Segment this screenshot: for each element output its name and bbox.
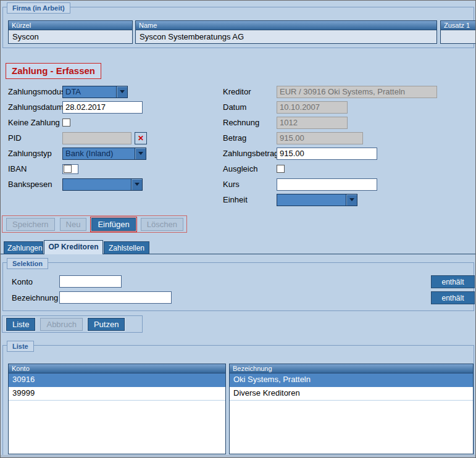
window-bottom-edge [1, 455, 475, 458]
pid-label: PID [8, 133, 62, 143]
bankspesen-label: Bankspesen [8, 180, 62, 189]
einheit-select[interactable] [277, 194, 357, 206]
liste-legend: Liste [7, 341, 34, 352]
form-row: Betrag [223, 130, 473, 146]
abbruch-button[interactable]: Abbruch [40, 318, 82, 331]
company-kuerzel-value: Syscon [9, 30, 132, 43]
neu-button[interactable]: Neu [60, 218, 87, 231]
clear-pid-button[interactable]: ✕ [135, 132, 147, 144]
chevron-down-icon[interactable] [131, 179, 142, 190]
form-row: Zahlungsbetrag [223, 146, 473, 161]
chevron-down-icon[interactable] [116, 86, 127, 98]
loeschen-button[interactable]: Löschen [141, 218, 183, 231]
tab-op-kreditoren[interactable]: OP Kreditoren [44, 240, 103, 254]
zahlungstyp-value: Bank (Inland) [63, 148, 135, 159]
bezeichnung-list: Bezeichnung Oki Systems, Pratteln Divers… [229, 364, 474, 454]
checkbox-icon [64, 165, 72, 173]
liste-button[interactable]: Liste [6, 318, 35, 331]
konto-enthaelt-button[interactable]: enthält [431, 275, 475, 288]
ausgleich-label: Ausgleich [223, 164, 277, 173]
rechnung-label: Rechnung [223, 118, 277, 127]
betrag-input [277, 132, 363, 144]
selektion-legend: Selektion [7, 258, 48, 269]
keine-zahlung-label: Keine Zahlung [8, 118, 62, 127]
konto-list-header: Konto [9, 364, 225, 373]
zahlungsbetrag-input[interactable] [277, 148, 377, 160]
form-row: Rechnung [223, 115, 473, 130]
form-row: Kurs [223, 177, 473, 192]
form-row: Bankspesen [8, 177, 221, 192]
payment-form-left: Zahlungsmodus DTA Zahlungsdatum Keine Za… [8, 84, 221, 192]
bankspesen-value [63, 179, 131, 190]
form-row: Zahlungstyp Bank (Inland) [8, 146, 221, 161]
bezeichnung-enthaelt-button[interactable]: enthält [431, 291, 475, 304]
company-legend: Firma (in Arbeit) [7, 2, 70, 14]
tab-zahlstellen[interactable]: Zahlstellen [104, 241, 149, 254]
zahlungsmodus-value: DTA [63, 86, 116, 98]
speichern-button[interactable]: Speichern [6, 218, 55, 231]
zahlungsdatum-input[interactable] [62, 101, 143, 114]
company-name-column: Name Syscon Systemberatungs AG [135, 20, 437, 44]
zahlungsmodus-label: Zahlungsmodus [8, 87, 62, 96]
form-row: Zahlungsdatum [8, 99, 221, 115]
einheit-label: Einheit [223, 195, 277, 204]
konto-list: Konto 30916 39999 [8, 364, 226, 454]
betrag-label: Betrag [223, 133, 277, 143]
kurs-label: Kurs [223, 180, 277, 189]
table-row[interactable]: 30916 [9, 373, 225, 387]
company-name-header: Name [136, 21, 436, 30]
zahlungstyp-select[interactable]: Bank (Inland) [62, 148, 146, 160]
konto-label: Konto [12, 277, 33, 286]
datum-label: Datum [223, 102, 277, 112]
bezeichnung-list-header: Bezeichnung [230, 364, 473, 373]
zahlungsdatum-label: Zahlungsdatum [8, 102, 62, 112]
rechnung-input [277, 117, 348, 129]
payment-form-right: Kreditor Datum Rechnung Betrag Zahlungsb… [223, 84, 473, 207]
company-zusatz-column: Zusatz 1 [440, 20, 476, 44]
einheit-value [277, 194, 346, 206]
form-row: IBAN [8, 161, 221, 177]
iban-label: IBAN [8, 164, 62, 173]
form-row: Kreditor [223, 84, 473, 99]
company-zusatz-value [441, 30, 476, 43]
page-title: Zahlung - Erfassen [6, 63, 101, 79]
bezeichnung-label: Bezeichnung [12, 293, 58, 302]
chevron-down-icon[interactable] [346, 194, 357, 206]
bankspesen-select[interactable] [62, 178, 143, 191]
bezeichnung-input[interactable] [59, 291, 172, 304]
table-row[interactable]: 39999 [9, 387, 225, 401]
putzen-button[interactable]: Putzen [88, 318, 125, 331]
form-row: PID ✕ [8, 130, 221, 146]
red-x-icon: ✕ [138, 134, 144, 143]
konto-input[interactable] [59, 275, 122, 288]
company-name-value: Syscon Systemberatungs AG [136, 30, 436, 43]
iban-checkbox[interactable] [62, 164, 78, 174]
form-row: Ausgleich [223, 161, 473, 177]
chevron-down-icon[interactable] [135, 148, 146, 159]
table-row[interactable]: Oki Systems, Pratteln [230, 373, 473, 387]
table-row[interactable]: Diverse Kreditoren [230, 387, 473, 401]
form-row: Einheit [223, 192, 473, 207]
form-row: Zahlungsmodus DTA [8, 84, 221, 99]
form-row: Datum [223, 99, 473, 115]
keine-zahlung-checkbox[interactable] [62, 119, 70, 127]
ausgleich-checkbox[interactable] [277, 165, 285, 173]
list-button-bar: Liste Abbruch Putzen [2, 315, 143, 333]
zahlungsbetrag-label: Zahlungsbetrag [223, 149, 277, 158]
kreditor-label: Kreditor [223, 87, 277, 96]
kreditor-input [277, 86, 437, 98]
zahlungstyp-label: Zahlungstyp [8, 149, 62, 158]
crud-button-bar: Speichern Neu Einfügen Löschen [2, 215, 187, 233]
tab-zahlungen[interactable]: Zahlungen [4, 241, 43, 254]
datum-input [277, 101, 348, 114]
zahlungsmodus-select[interactable]: DTA [62, 86, 128, 98]
kurs-input[interactable] [277, 178, 377, 191]
company-kuerzel-header: Kürzel [9, 21, 132, 30]
company-zusatz-header: Zusatz 1 [441, 21, 476, 30]
company-kuerzel-column: Kürzel Syscon [8, 20, 133, 44]
pid-input [62, 132, 132, 144]
form-row: Keine Zahlung [8, 115, 221, 130]
einfuegen-button[interactable]: Einfügen [91, 218, 135, 231]
